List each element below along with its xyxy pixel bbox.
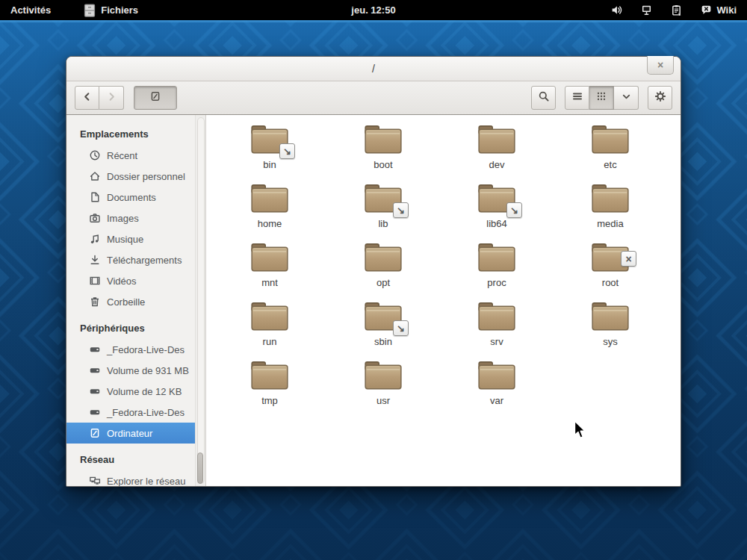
forward-button[interactable] bbox=[99, 86, 124, 110]
folder-icon bbox=[363, 360, 403, 391]
sidebar-section: Réseau Explorer le réseau bbox=[66, 451, 195, 486]
sidebar-item-dossier-personnel[interactable]: Dossier personnel bbox=[66, 166, 195, 187]
close-button[interactable]: × bbox=[647, 56, 674, 75]
folder-item-mnt[interactable]: mnt bbox=[213, 242, 326, 301]
sidebar-section-title: Emplacements bbox=[66, 125, 195, 145]
sidebar-item-musique[interactable]: Musique bbox=[66, 228, 195, 249]
view-switcher bbox=[565, 86, 639, 110]
sidebar: Emplacements Récent Dossier personnel Do… bbox=[66, 115, 195, 486]
folder-icon bbox=[477, 124, 517, 155]
volume-icon[interactable] bbox=[610, 4, 623, 16]
mouse-cursor bbox=[574, 420, 589, 441]
video-icon bbox=[89, 275, 101, 287]
files-view: ↘ bin boot dev etc home ↘ bbox=[206, 115, 681, 486]
symlink-emblem: ↘ bbox=[393, 320, 409, 336]
drive-icon bbox=[89, 343, 101, 355]
folder-item-root[interactable]: × root bbox=[554, 242, 667, 301]
sidebar-item-label: Corbeille bbox=[107, 296, 145, 308]
folder-item-media[interactable]: media bbox=[554, 183, 667, 242]
activities-button[interactable]: Activités bbox=[0, 0, 61, 20]
gear-icon bbox=[654, 90, 666, 105]
desktop: Activités Fichiers jeu. 12:50 Wiki / × bbox=[0, 0, 747, 560]
sidebar-item-vid-os[interactable]: Vidéos bbox=[66, 270, 195, 291]
sidebar-sections: Emplacements Récent Dossier personnel Do… bbox=[66, 125, 195, 486]
folder-icon bbox=[477, 301, 517, 332]
sidebar-item-corbeille[interactable]: Corbeille bbox=[66, 291, 195, 312]
folder-item-opt[interactable]: opt bbox=[326, 242, 440, 301]
drive-icon bbox=[89, 385, 101, 397]
titlebar[interactable]: / × bbox=[66, 57, 681, 81]
search-button[interactable] bbox=[531, 86, 556, 110]
folder-icon bbox=[477, 242, 517, 273]
symlink-emblem: ↘ bbox=[393, 202, 409, 218]
sidebar-item-explorer-le-r-seau[interactable]: Explorer le réseau bbox=[66, 470, 195, 486]
sidebar-item-t-l-chargements[interactable]: Téléchargements bbox=[66, 249, 195, 270]
files-app-icon bbox=[82, 3, 97, 18]
folder-label: proc bbox=[487, 277, 506, 288]
folder-label: lib bbox=[378, 218, 388, 229]
folder-item-run[interactable]: run bbox=[213, 301, 326, 360]
computer-icon bbox=[89, 427, 101, 439]
folder-label: dev bbox=[489, 159, 505, 170]
sidebar-item-volume-de-12-kb[interactable]: Volume de 12 KB bbox=[66, 381, 195, 402]
folder-icon bbox=[477, 360, 517, 391]
folder-item-sys[interactable]: sys bbox=[554, 301, 667, 360]
back-button[interactable] bbox=[75, 86, 99, 110]
display-icon[interactable] bbox=[640, 4, 653, 16]
user-menu[interactable]: Wiki bbox=[700, 4, 737, 16]
folder-item-lib64[interactable]: ↘ lib64 bbox=[440, 183, 554, 242]
sidebar-scrollbar[interactable] bbox=[195, 115, 206, 486]
folder-item-dev[interactable]: dev bbox=[440, 124, 554, 183]
symlink-emblem: ↘ bbox=[506, 202, 522, 218]
history-buttons bbox=[75, 86, 124, 110]
list-view-button[interactable] bbox=[565, 86, 589, 110]
folder-item-var[interactable]: var bbox=[440, 360, 554, 419]
sidebar-item-fedora-live-des[interactable]: _Fedora-Live-Des bbox=[66, 339, 195, 360]
chevron-left-icon bbox=[81, 91, 93, 105]
folder-item-tmp[interactable]: tmp bbox=[213, 360, 326, 419]
folder-item-boot[interactable]: boot bbox=[326, 124, 440, 183]
folder-item-proc[interactable]: proc bbox=[440, 242, 554, 301]
scrollbar-thumb[interactable] bbox=[197, 452, 203, 484]
folder-label: media bbox=[597, 218, 623, 229]
sidebar-item-volume-de-931-mb[interactable]: Volume de 931 MB bbox=[66, 360, 195, 381]
clock[interactable]: jeu. 12:50 bbox=[351, 0, 395, 20]
user-menu-label: Wiki bbox=[716, 4, 737, 16]
sidebar-item-label: Images bbox=[107, 213, 139, 224]
folder-item-srv[interactable]: srv bbox=[440, 301, 554, 360]
search-icon bbox=[538, 90, 550, 105]
folder-item-etc[interactable]: etc bbox=[554, 124, 667, 183]
sidebar-section-title: Périphériques bbox=[66, 320, 195, 339]
gear-menu-button[interactable] bbox=[648, 86, 672, 110]
sidebar-item-label: Vidéos bbox=[107, 276, 137, 287]
music-icon bbox=[89, 233, 101, 245]
location-toggle-button[interactable] bbox=[134, 86, 177, 110]
sidebar-item-documents[interactable]: Documents bbox=[66, 187, 195, 208]
sidebar-item-label: Dossier personnel bbox=[107, 171, 185, 182]
clipboard-icon[interactable] bbox=[670, 4, 683, 16]
grid-view-button[interactable] bbox=[589, 86, 614, 110]
folder-label: sys bbox=[603, 336, 618, 347]
sidebar-item-ordinateur[interactable]: Ordinateur bbox=[66, 423, 195, 444]
document-icon bbox=[89, 191, 101, 203]
sidebar-item-r-cent[interactable]: Récent bbox=[66, 145, 195, 166]
folder-icon bbox=[363, 124, 403, 155]
sidebar-item-images[interactable]: Images bbox=[66, 208, 195, 228]
no-access-emblem: × bbox=[621, 251, 636, 267]
scrollbar-track[interactable] bbox=[197, 117, 205, 484]
sidebar-item-fedora-live-des[interactable]: _Fedora-Live-Des bbox=[66, 402, 195, 423]
sidebar-item-label: Volume de 12 KB bbox=[107, 386, 182, 397]
folder-item-bin[interactable]: ↘ bin bbox=[213, 124, 326, 183]
view-options-button[interactable] bbox=[614, 86, 639, 110]
app-menu-button[interactable]: Fichiers bbox=[78, 0, 143, 20]
folder-item-sbin[interactable]: ↘ sbin bbox=[326, 301, 440, 360]
folder-icon bbox=[590, 301, 630, 332]
computer-icon bbox=[149, 90, 161, 105]
camera-icon bbox=[89, 212, 101, 224]
folder-item-lib[interactable]: ↘ lib bbox=[326, 183, 440, 242]
folder-item-home[interactable]: home bbox=[213, 183, 326, 242]
folder-item-usr[interactable]: usr bbox=[326, 360, 440, 419]
folder-label: lib64 bbox=[486, 218, 506, 229]
symlink-emblem: ↘ bbox=[279, 143, 295, 159]
sidebar-item-label: Téléchargements bbox=[107, 255, 182, 266]
